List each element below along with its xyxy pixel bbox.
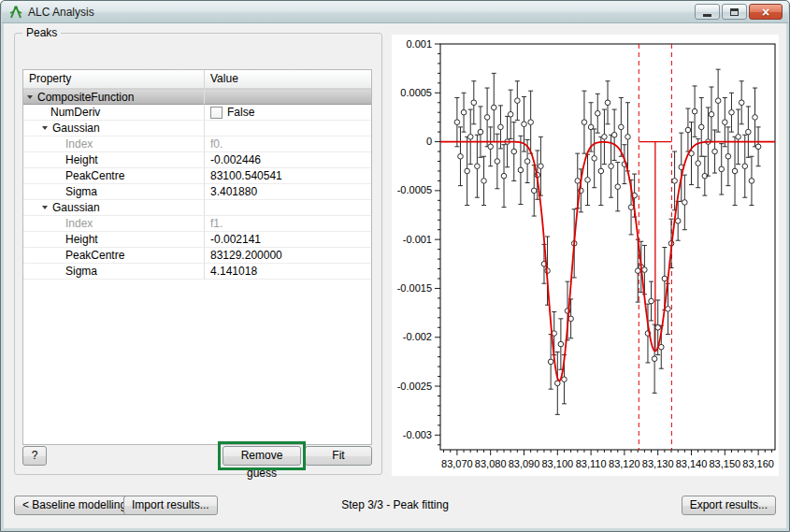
property-row-numderiv[interactable]: NumDerivFalse: [23, 105, 371, 121]
peaks-groupbox: Peaks Property Value CompositeFunctionNu…: [14, 33, 382, 475]
property-value[interactable]: -0.002141: [210, 233, 261, 246]
minimize-button[interactable]: [695, 4, 720, 20]
column-header-value[interactable]: Value: [205, 70, 371, 88]
close-icon: ×: [762, 6, 769, 19]
property-value: False: [227, 106, 254, 119]
svg-text:0.001: 0.001: [406, 38, 432, 50]
alc-analysis-window: ALC Analysis × Peaks Property Value Comp…: [0, 0, 790, 532]
svg-text:-0.0025: -0.0025: [397, 381, 432, 392]
numderiv-checkbox[interactable]: [210, 107, 223, 119]
property-name: Height: [65, 233, 98, 246]
table-header[interactable]: Property Value: [23, 70, 371, 89]
maximize-icon: [730, 8, 739, 16]
svg-text:83,160: 83,160: [742, 458, 774, 469]
step-indicator: Step 3/3 - Peak fitting: [4, 498, 786, 511]
property-row-index[interactable]: Indexf1.: [23, 216, 371, 232]
property-name: PeakCentre: [65, 249, 124, 262]
close-button[interactable]: ×: [749, 4, 783, 20]
svg-text:-0.0015: -0.0015: [397, 282, 432, 294]
svg-text:-0.0005: -0.0005: [397, 184, 432, 195]
property-row-height[interactable]: Height-0.002141: [23, 232, 371, 248]
remove-guess-button[interactable]: Remove guess: [223, 446, 301, 466]
property-row-sigma[interactable]: Sigma3.401880: [23, 184, 371, 200]
svg-text:0.0005: 0.0005: [400, 87, 432, 98]
fit-plot-svg[interactable]: 83,07083,08083,09083,10083,11083,12083,1…: [392, 35, 779, 476]
expander-icon[interactable]: [42, 126, 48, 130]
property-row-peakcentre[interactable]: PeakCentre83100.540541: [23, 168, 371, 184]
minimize-icon: [703, 14, 711, 17]
property-name: Index: [65, 217, 93, 230]
svg-text:83,150: 83,150: [709, 458, 740, 469]
property-name: Gaussian: [52, 122, 100, 135]
property-row-compositefunction[interactable]: CompositeFunction: [23, 89, 371, 105]
titlebar[interactable]: ALC Analysis ×: [2, 1, 788, 23]
property-value[interactable]: 83129.200000: [210, 249, 282, 262]
property-name: Sigma: [65, 265, 97, 278]
property-rows: CompositeFunctionNumDerivFalseGaussianIn…: [23, 89, 371, 280]
svg-text:-0.002: -0.002: [403, 331, 432, 342]
property-row-index[interactable]: Indexf0.: [23, 137, 371, 152]
property-value[interactable]: 4.141018: [210, 265, 257, 278]
app-icon: [8, 5, 23, 20]
expander-icon[interactable]: [42, 206, 48, 209]
client-area: Peaks Property Value CompositeFunctionNu…: [4, 23, 786, 528]
column-header-property[interactable]: Property: [23, 70, 205, 88]
window-title: ALC Analysis: [28, 6, 94, 19]
property-row-gaussian[interactable]: Gaussian: [23, 200, 371, 216]
property-name: Sigma: [65, 185, 97, 198]
property-value[interactable]: 83100.540541: [210, 169, 282, 182]
property-row-gaussian[interactable]: Gaussian: [23, 121, 371, 137]
property-name: CompositeFunction: [37, 91, 134, 104]
property-value: f1.: [210, 217, 223, 230]
peaks-property-table[interactable]: Property Value CompositeFunctionNumDeriv…: [22, 69, 372, 445]
peaks-group-title: Peaks: [22, 26, 61, 39]
property-value[interactable]: -0.002446: [210, 153, 261, 166]
property-row-height[interactable]: Height-0.002446: [23, 152, 371, 168]
svg-text:0: 0: [426, 136, 432, 147]
svg-text:83,140: 83,140: [676, 458, 708, 469]
svg-text:83,070: 83,070: [441, 458, 473, 469]
svg-text:83,090: 83,090: [509, 458, 540, 469]
svg-text:83,100: 83,100: [541, 458, 573, 469]
property-name: NumDeriv: [50, 106, 100, 119]
property-row-sigma[interactable]: Sigma4.141018: [23, 264, 371, 280]
svg-text:83,130: 83,130: [642, 458, 674, 469]
expander-icon[interactable]: [27, 95, 33, 99]
plot-panel[interactable]: 83,07083,08083,09083,10083,11083,12083,1…: [392, 35, 779, 476]
svg-text:-0.001: -0.001: [403, 234, 432, 245]
property-name: Height: [65, 153, 98, 166]
property-name: PeakCentre: [65, 169, 124, 182]
fit-button[interactable]: Fit: [305, 446, 372, 466]
svg-text:83,120: 83,120: [609, 458, 640, 469]
svg-text:83,110: 83,110: [576, 458, 607, 469]
property-value[interactable]: 3.401880: [210, 185, 257, 198]
help-button[interactable]: ?: [22, 446, 47, 466]
property-name: Index: [65, 137, 93, 151]
property-name: Gaussian: [52, 201, 100, 214]
property-row-peakcentre[interactable]: PeakCentre83129.200000: [23, 248, 371, 264]
maximize-button[interactable]: [722, 4, 747, 20]
property-value: f0.: [210, 137, 223, 151]
svg-text:83,080: 83,080: [475, 458, 507, 469]
svg-text:-0.003: -0.003: [403, 429, 432, 440]
export-results-button[interactable]: Export results...: [682, 496, 776, 515]
